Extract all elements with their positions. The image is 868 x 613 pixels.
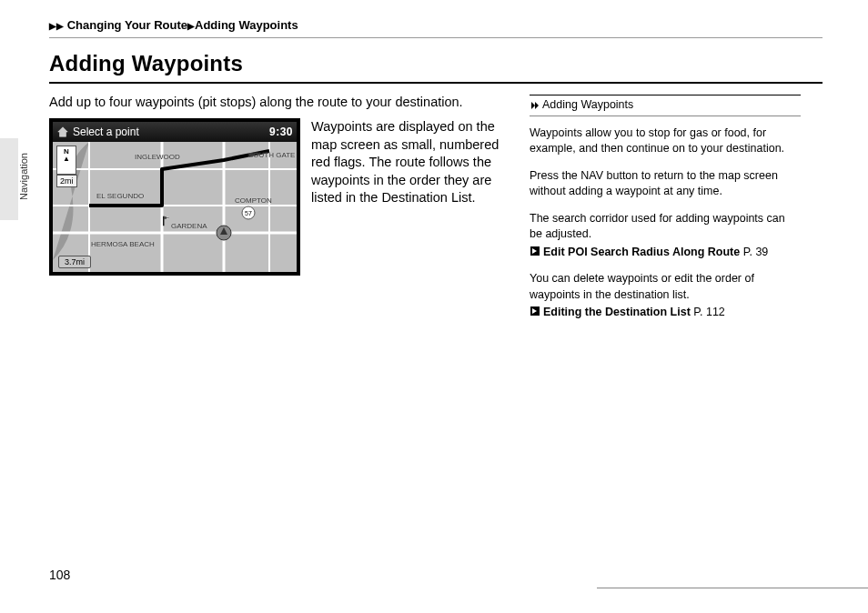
- sidebar-paragraph: Waypoints allow you to stop for gas or f…: [530, 126, 801, 157]
- sidebar-bottom-rule: [597, 588, 868, 588]
- breadcrumb: ▶▶ Changing Your Route▶Adding Waypoints: [49, 18, 823, 38]
- cross-reference-title: Editing the Destination List: [543, 306, 691, 318]
- flag-icon: 1: [157, 215, 170, 227]
- map-place-label: COMPTON: [235, 196, 272, 205]
- svg-marker-14: [531, 102, 535, 109]
- page-number: 108: [49, 568, 70, 582]
- map-place-label: INGLEWOOD: [135, 153, 180, 161]
- map-place-label: SOUTH GATE: [248, 151, 295, 159]
- note-icon: [530, 100, 540, 111]
- sidebar-paragraph: The search corridor used for adding wayp…: [530, 211, 801, 243]
- triangle-icon: ▶: [187, 21, 195, 31]
- page-title: Adding Waypoints: [49, 51, 823, 76]
- cross-reference-title: Edit POI Search Radius Along Route: [543, 246, 740, 258]
- map-place-label: GARDENA: [171, 222, 207, 230]
- cross-reference: Edit POI Search Radius Along Route P. 39: [530, 245, 801, 261]
- side-tab-label: Navigation: [18, 153, 29, 200]
- scale-label-top: 2mi: [56, 175, 77, 187]
- home-icon: [56, 126, 69, 138]
- map-roads: 57: [53, 142, 297, 272]
- cross-reference-page: P. 112: [693, 306, 725, 318]
- link-icon: [530, 246, 540, 256]
- sidebar-paragraph: Press the NAV button to return to the ma…: [530, 168, 801, 200]
- scale-label-bottom: 3.7mi: [58, 256, 91, 268]
- map-place-label: HERMOSA BEACH: [91, 240, 155, 248]
- breadcrumb-level-1: Changing Your Route: [67, 18, 187, 32]
- triangle-icon: ▶: [49, 21, 56, 31]
- side-tab-bg: [0, 138, 18, 220]
- sidebar: Adding Waypoints Waypoints allow you to …: [530, 95, 801, 321]
- cross-reference-page: P. 39: [743, 246, 769, 258]
- map-time: 9:30: [269, 126, 293, 138]
- svg-marker-15: [535, 102, 539, 109]
- figure-caption: Waypoints are displayed on the map scree…: [311, 118, 513, 276]
- sidebar-paragraph: You can delete waypoints or edit the ord…: [530, 271, 801, 303]
- map-screenshot: Select a point 9:30: [49, 118, 300, 276]
- cross-reference: Editing the Destination List P. 112: [530, 305, 801, 321]
- sidebar-header-text: Adding Waypoints: [542, 97, 633, 114]
- compass-icon: N ▲: [56, 146, 76, 175]
- svg-text:57: 57: [245, 210, 252, 216]
- page-content: ▶▶ Changing Your Route▶Adding Waypoints …: [49, 18, 823, 591]
- map-title: Select a point: [73, 126, 269, 138]
- intro-text: Add up to four waypoints (pit stops) alo…: [49, 95, 513, 109]
- sidebar-header: Adding Waypoints: [530, 95, 801, 116]
- triangle-icon: ▶: [56, 21, 64, 31]
- title-rule: [49, 82, 823, 84]
- map-place-label: EL SEGUNDO: [96, 192, 144, 200]
- link-icon: [530, 306, 540, 317]
- breadcrumb-level-2: Adding Waypoints: [195, 18, 298, 32]
